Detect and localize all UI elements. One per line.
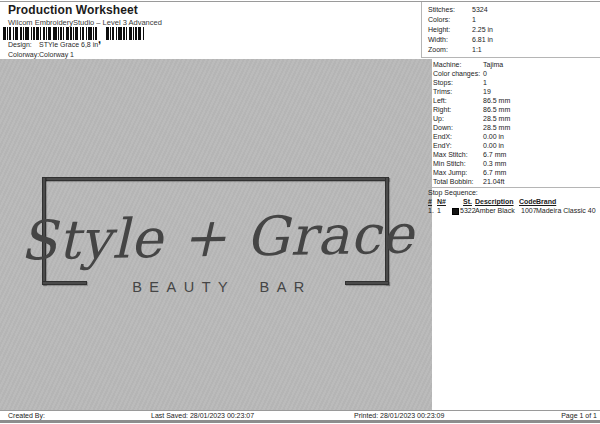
machine-info-row: Min Stitch:0.3 mm <box>433 159 598 168</box>
machine-info-row: Right:86.5 mm <box>433 105 598 114</box>
machine-info-row: Max Jump:6.7 mm <box>433 168 598 177</box>
stop-seq-row-brand: Madeira Classic 40 <box>536 207 596 214</box>
stop-seq-col-n: N# <box>437 198 446 205</box>
machine-info-row: Left:86.5 mm <box>433 96 598 105</box>
stop-seq-col-description: Description <box>475 198 514 205</box>
summary-value: 5324 <box>472 5 488 15</box>
stop-seq-col-brand: Brand <box>536 198 556 205</box>
stop-seq-col-code: Code <box>519 198 537 205</box>
machine-info-value: 19 <box>483 87 491 96</box>
machine-info-row: EndX:0.00 in <box>433 132 598 141</box>
footer-page-number: Page 1 of 1 <box>460 412 597 419</box>
machine-info-row: Max Stitch:6.7 mm <box>433 150 598 159</box>
machine-info-value: 0 <box>483 69 487 78</box>
stop-seq-col-num: # <box>428 198 432 205</box>
machine-info-row: Total Bobbin:21.04ft <box>433 177 598 186</box>
machine-info-value: 0.00 in <box>483 132 504 141</box>
summary-value: 1:1 <box>472 45 482 55</box>
footer-rule <box>0 410 600 411</box>
machine-info-label: Machine: <box>433 61 461 68</box>
stop-seq-row-desc: Amber Black <box>475 207 515 214</box>
machine-info-value: 86.5 mm <box>483 96 510 105</box>
colorway-label: Colorway: <box>8 51 39 58</box>
machine-info-label: Right: <box>433 106 451 113</box>
machine-info-row: Up:28.5 mm <box>433 114 598 123</box>
machine-info-label: EndY: <box>433 142 452 149</box>
machine-info-label: Up: <box>433 115 444 122</box>
footer-last-saved: Last Saved: 28/01/2023 00:23:07 <box>151 412 254 419</box>
machine-info-value: 6.7 mm <box>483 150 506 159</box>
stop-seq-row-n: 1 <box>437 207 441 214</box>
machine-info-value: 86.5 mm <box>483 105 510 114</box>
stop-seq-row-code: 1007 <box>521 207 537 214</box>
app-subtitle: Wilcom EmbroideryStudio – Level 3 Advanc… <box>8 18 162 27</box>
machine-info-label: Total Bobbin: <box>433 178 473 185</box>
stop-seq-row-num: 1. <box>428 207 434 214</box>
summary-label: Stitches: <box>428 6 455 13</box>
machine-info-label: EndX: <box>433 133 452 140</box>
logo-script-text: Style + Grace <box>19 203 416 273</box>
design-name-label: Design: <box>8 41 32 48</box>
summary-value: 1 <box>472 15 476 25</box>
machine-info-label: Max Jump: <box>433 169 467 176</box>
colorway-value: Colorway 1 <box>39 51 74 58</box>
stop-seq-row-st: 5322 <box>460 207 476 214</box>
machine-info-row: Color changes:0 <box>433 69 598 78</box>
summary-label: Width: <box>428 36 448 43</box>
summary-row: Width:6.81 in <box>428 35 598 45</box>
machine-info-value: 1 <box>483 78 487 87</box>
machine-info-row: Trims:19 <box>433 87 598 96</box>
summary-row: Stitches:5324 <box>428 5 598 15</box>
design-name-value: STYle Grace 6,8 in <box>39 41 98 48</box>
summary-label: Zoom: <box>428 46 448 53</box>
machine-info-label: Stops: <box>433 79 453 86</box>
machine-info-label: Color changes: <box>433 70 480 77</box>
summary-value: 6.81 in <box>472 35 493 45</box>
summary-label: Height: <box>428 26 450 33</box>
machine-info-row: Stops:1 <box>433 78 598 87</box>
logo-subtext: BEAUTY BAR <box>132 279 312 295</box>
svg-text:,: , <box>98 33 101 45</box>
footer-bottom-rule <box>0 420 600 423</box>
machine-info-label: Down: <box>433 124 453 131</box>
embroidery-design-art: Style + Grace BEAUTY BAR <box>0 59 432 411</box>
machine-info-row: Machine:Tajima <box>433 60 598 69</box>
footer-printed: Printed: 28/01/2023 00:23:09 <box>354 412 444 419</box>
machine-info-value: 28.5 mm <box>483 114 510 123</box>
summary-row: Colors:1 <box>428 15 598 25</box>
machine-info-label: Min Stitch: <box>433 160 466 167</box>
machine-info-value: 6.7 mm <box>483 168 506 177</box>
footer-created-by: Created By: <box>8 412 45 419</box>
summary-row: Zoom:1:1 <box>428 45 598 55</box>
machine-info-row: EndY:0.00 in <box>433 141 598 150</box>
machine-info-value: Tajima <box>483 60 503 69</box>
machine-info-value: 0.3 mm <box>483 159 506 168</box>
stop-sequence-divider <box>428 187 600 188</box>
machine-info-value: 21.04ft <box>483 177 504 186</box>
stop-sequence-title: Stop Sequence: <box>428 189 478 196</box>
machine-info-row: Down:28.5 mm <box>433 123 598 132</box>
machine-info-value: 28.5 mm <box>483 123 510 132</box>
machine-info-label: Trims: <box>433 88 452 95</box>
thread-color-swatch <box>452 208 459 215</box>
design-summary-box: Stitches:5324 Colors:1 Height:2.25 in Wi… <box>421 2 600 58</box>
summary-value: 2.25 in <box>472 25 493 35</box>
machine-info-value: 0.00 in <box>483 141 504 150</box>
summary-row: Height:2.25 in <box>428 25 598 35</box>
stop-seq-col-st: St. <box>463 198 472 205</box>
machine-info-label: Max Stitch: <box>433 151 468 158</box>
machine-info-label: Left: <box>433 97 447 104</box>
page-title: Production Worksheet <box>8 3 138 17</box>
summary-label: Colors: <box>428 16 450 23</box>
